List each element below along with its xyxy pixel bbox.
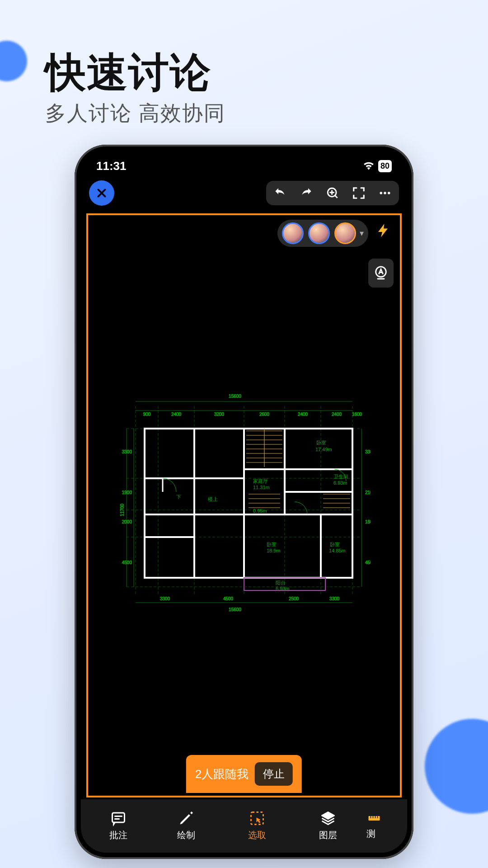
phone-screen: 11:31 80 [81, 151, 407, 853]
status-bar: 11:31 80 [81, 151, 407, 177]
svg-text:2100: 2100 [365, 490, 371, 495]
tab-label: 批注 [109, 829, 127, 841]
svg-text:1800: 1800 [365, 519, 371, 524]
drawing-canvas[interactable]: ▾ [86, 213, 402, 797]
svg-text:家庭厅: 家庭厅 [253, 478, 268, 484]
svg-text:2500: 2500 [289, 596, 299, 601]
collaborator-avatars[interactable]: ▾ [277, 220, 368, 247]
svg-rect-90 [112, 813, 124, 822]
stop-button[interactable]: 停止 [255, 762, 293, 786]
tab-measure[interactable]: 测 [362, 805, 404, 846]
svg-text:6.93m: 6.93m [333, 480, 347, 486]
svg-text:3300: 3300 [122, 449, 132, 454]
tab-select[interactable]: 选取 [220, 805, 294, 846]
svg-text:2400: 2400 [332, 412, 342, 417]
toolbar-actions [266, 181, 399, 205]
svg-text:3300: 3300 [160, 596, 170, 601]
chevron-down-icon[interactable]: ▾ [360, 228, 364, 238]
hero-title: 快速讨论 [45, 45, 211, 100]
tab-layers[interactable]: 图层 [294, 805, 362, 846]
svg-text:2600: 2600 [259, 412, 270, 417]
cad-floorplan: 15600 900 2400 3200 2600 2400 2400 1600 … [117, 388, 371, 614]
avatar-1[interactable] [282, 222, 304, 244]
phone-mockup: 11:31 80 [75, 145, 413, 859]
svg-text:0.95m: 0.95m [253, 508, 267, 514]
svg-text:2000: 2000 [122, 519, 132, 524]
tab-label: 绘制 [177, 829, 195, 841]
tab-label: 图层 [319, 829, 337, 841]
svg-text:卧室: 卧室 [330, 542, 340, 547]
svg-text:2400: 2400 [298, 412, 308, 417]
zoom-reset-icon[interactable] [325, 185, 340, 201]
svg-text:卧室: 卧室 [267, 542, 277, 547]
lightning-icon[interactable] [375, 222, 392, 243]
svg-text:卧室: 卧室 [316, 440, 326, 445]
follow-status-pill: 2人跟随我 停止 [186, 755, 302, 793]
svg-text:11.31m: 11.31m [253, 485, 270, 490]
svg-text:4500: 4500 [365, 560, 371, 565]
svg-text:3300: 3300 [365, 449, 371, 454]
more-icon[interactable] [377, 185, 393, 201]
svg-text:2400: 2400 [171, 412, 182, 417]
bottom-tab-bar: 批注 绘制 选取 图层 测 [81, 799, 407, 853]
bg-decoration-top [0, 41, 27, 81]
svg-text:11700: 11700 [120, 504, 125, 516]
hero-subtitle: 多人讨论 高效协同 [45, 99, 225, 127]
top-toolbar [81, 177, 407, 212]
tab-annotate[interactable]: 批注 [84, 805, 152, 846]
svg-text:下: 下 [176, 494, 181, 500]
svg-text:6.93m: 6.93m [276, 586, 290, 591]
svg-text:900: 900 [143, 412, 151, 417]
svg-text:15600: 15600 [229, 394, 241, 399]
svg-text:3300: 3300 [329, 596, 340, 601]
tab-draw[interactable]: 绘制 [152, 805, 220, 846]
svg-text:4500: 4500 [223, 596, 234, 601]
svg-text:18.9m: 18.9m [267, 548, 281, 553]
undo-icon[interactable] [272, 185, 288, 201]
svg-text:4500: 4500 [122, 560, 132, 565]
svg-point-3 [388, 192, 390, 194]
battery-icon: 80 [378, 160, 392, 172]
svg-text:楼上: 楼上 [208, 496, 218, 502]
avatar-3[interactable] [334, 222, 356, 244]
fullscreen-icon[interactable] [351, 185, 366, 201]
svg-text:卫生间: 卫生间 [333, 474, 348, 479]
follow-count-text: 2人跟随我 [195, 766, 249, 782]
svg-point-2 [384, 192, 386, 194]
tab-label: 选取 [248, 829, 266, 841]
bg-decoration-bottom [425, 719, 488, 814]
svg-text:阳台: 阳台 [276, 580, 286, 585]
svg-text:3200: 3200 [214, 412, 225, 417]
svg-text:1600: 1600 [352, 412, 362, 417]
svg-text:15600: 15600 [229, 607, 241, 612]
text-tool-button[interactable] [368, 259, 394, 288]
svg-rect-92 [368, 816, 380, 821]
status-time: 11:31 [96, 159, 127, 173]
close-button[interactable] [89, 180, 114, 206]
redo-icon[interactable] [299, 185, 314, 201]
tab-label: 测 [366, 828, 375, 840]
svg-text:14.85m: 14.85m [329, 548, 346, 553]
svg-text:17.49m: 17.49m [315, 447, 332, 452]
svg-text:1900: 1900 [122, 490, 132, 495]
wifi-icon [363, 159, 375, 173]
avatar-2[interactable] [308, 222, 330, 244]
svg-point-1 [380, 192, 383, 194]
